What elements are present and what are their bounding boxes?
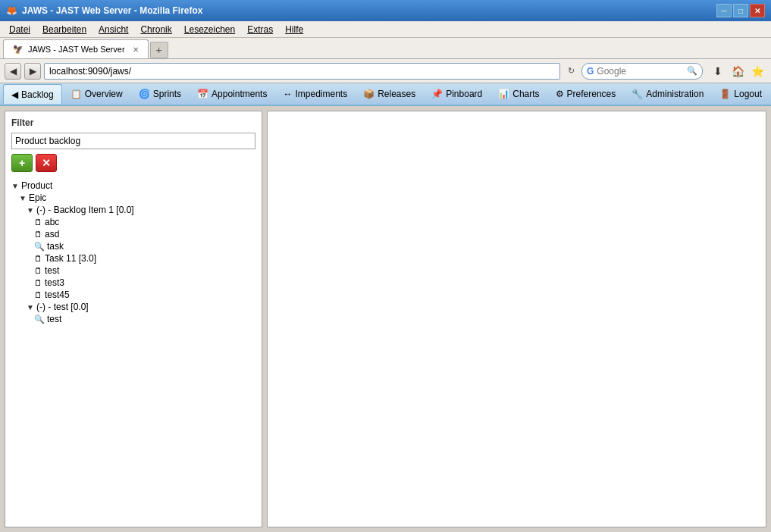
menu-hilfe[interactable]: Hilfe: [279, 23, 309, 36]
tab-title: JAWS - JAST Web Server: [28, 45, 125, 54]
forward-button[interactable]: ▶: [24, 63, 41, 80]
menu-extras[interactable]: Extras: [241, 23, 279, 36]
search-input[interactable]: [597, 66, 684, 77]
nav-backlog-label: Backlog: [21, 89, 54, 100]
tree: ▼ Product ▼ Epic ▼ (-) - Backlog Item 1 …: [11, 180, 255, 325]
nav-administration[interactable]: 🔧 Administration: [624, 84, 711, 104]
label-asd: asd: [45, 229, 59, 239]
nav-sprints-label: Sprints: [153, 89, 181, 99]
tree-node-epic[interactable]: ▼ Epic: [19, 192, 255, 204]
url-input[interactable]: [44, 63, 560, 80]
close-button[interactable]: ✕: [750, 4, 765, 17]
filter-input[interactable]: [11, 133, 255, 149]
nav-pinboard[interactable]: 📌 Pinboard: [424, 84, 490, 104]
tree-node-test45[interactable]: 🗒 test45: [34, 289, 255, 301]
tree-node-abc[interactable]: 🗒 abc: [34, 216, 255, 228]
minimize-button[interactable]: ─: [716, 4, 732, 17]
label-product: Product: [21, 180, 52, 191]
bookmark-icon[interactable]: ⭐: [748, 63, 766, 80]
nav-releases-label: Releases: [378, 89, 415, 99]
tree-node-task11[interactable]: 🗒 Task 11 [3.0]: [34, 252, 255, 264]
menu-datei[interactable]: Datei: [3, 23, 36, 36]
label-backlog1: (-) - Backlog Item 1 [0.0]: [36, 205, 134, 215]
icon-test: 🗒: [34, 266, 42, 275]
appointments-icon: 📅: [197, 89, 208, 99]
menu-bearbeiten[interactable]: Bearbeiten: [36, 23, 92, 36]
preferences-icon: ⚙: [556, 89, 564, 99]
arrow-product: ▼: [11, 182, 19, 190]
nav-charts[interactable]: 📊 Charts: [490, 84, 547, 104]
add-button[interactable]: +: [11, 154, 33, 172]
address-bar: ◀ ▶ ↻ G 🔍 ⬇ 🏠 ⭐: [0, 59, 771, 83]
nav-appointments-label: Appointments: [212, 89, 267, 99]
tree-node-task[interactable]: 🔍 task: [34, 240, 255, 252]
right-panel: [267, 111, 766, 527]
tree-node-asd[interactable]: 🗒 asd: [34, 228, 255, 240]
left-panel: Filter + ✕ ▼ Product ▼ Epic ▼ (-) - Back…: [5, 111, 262, 527]
tree-node-test[interactable]: 🗒 test: [34, 264, 255, 277]
nav-pinboard-label: Pinboard: [446, 89, 482, 99]
window-title: JAWS - JAST Web Server - Mozilla Firefox: [22, 5, 203, 16]
tab-bar: 🦅 JAWS - JAST Web Server ✕ +: [0, 38, 771, 59]
impediments-icon: ↔: [283, 89, 292, 99]
administration-icon: 🔧: [632, 89, 643, 99]
menu-ansicht[interactable]: Ansicht: [92, 23, 134, 36]
tab-close-button[interactable]: ✕: [133, 45, 139, 54]
filter-buttons: + ✕: [11, 154, 255, 172]
nav-overview-label: Overview: [85, 89, 123, 99]
sprints-icon: 🌀: [139, 89, 150, 99]
download-icon[interactable]: ⬇: [709, 63, 727, 80]
menu-chronik[interactable]: Chronik: [134, 23, 177, 36]
arrow-testnode: ▼: [27, 303, 34, 311]
logout-icon: 🚪: [719, 89, 731, 99]
releases-icon: 📦: [363, 89, 375, 99]
label-testnode: (-) - test [0.0]: [36, 302, 89, 312]
nav-impediments-label: Impediments: [295, 89, 347, 99]
label-task11: Task 11 [3.0]: [45, 253, 96, 264]
new-tab-button[interactable]: +: [150, 42, 168, 58]
reload-button[interactable]: ↻: [563, 63, 578, 80]
maximize-button[interactable]: □: [733, 4, 748, 17]
icon-test45: 🗒: [34, 290, 42, 299]
pinboard-icon: 📌: [431, 89, 443, 99]
tab-icon: 🦅: [13, 45, 24, 55]
label-task: task: [47, 241, 64, 252]
tree-node-testchild[interactable]: 🔍 test: [34, 313, 255, 325]
main-content: Filter + ✕ ▼ Product ▼ Epic ▼ (-) - Back…: [0, 106, 771, 532]
backlog-icon: ◀: [11, 89, 18, 100]
google-icon: G: [587, 66, 594, 77]
nav-overview[interactable]: 📋 Overview: [63, 84, 130, 104]
search-icon: 🔍: [687, 66, 697, 76]
nav-logout[interactable]: 🚪 Logout: [712, 84, 769, 104]
tree-node-product[interactable]: ▼ Product: [11, 180, 255, 192]
tree-node-testnode[interactable]: ▼ (-) - test [0.0]: [27, 301, 255, 313]
icon-task: 🔍: [34, 242, 45, 252]
nav-logout-label: Logout: [734, 89, 762, 99]
nav-administration-label: Administration: [646, 89, 704, 99]
arrow-backlog1: ▼: [27, 206, 34, 214]
browser-tab-active[interactable]: 🦅 JAWS - JAST Web Server ✕: [3, 39, 149, 58]
nav-appointments[interactable]: 📅 Appointments: [190, 84, 274, 104]
browser-icon: 🦊: [6, 5, 17, 16]
icon-asd: 🗒: [34, 230, 42, 239]
tree-node-backlog1[interactable]: ▼ (-) - Backlog Item 1 [0.0]: [27, 204, 255, 216]
label-epic: Epic: [29, 192, 46, 203]
label-test: test: [45, 265, 59, 276]
nav-preferences[interactable]: ⚙ Preferences: [548, 84, 624, 104]
label-testchild: test: [47, 314, 61, 324]
title-bar: 🦊 JAWS - JAST Web Server - Mozilla Firef…: [0, 0, 771, 21]
home-icon[interactable]: 🏠: [729, 63, 747, 80]
back-button[interactable]: ◀: [5, 63, 21, 80]
filter-label: Filter: [11, 117, 255, 128]
menu-lesezeichen[interactable]: Lesezeichen: [178, 23, 241, 36]
nav-impediments[interactable]: ↔ Impediments: [275, 84, 355, 104]
label-abc: abc: [45, 217, 59, 227]
icon-task11: 🗒: [34, 254, 42, 263]
nav-sprints[interactable]: 🌀 Sprints: [131, 84, 189, 104]
remove-button[interactable]: ✕: [36, 154, 57, 172]
nav-backlog[interactable]: ◀ Backlog: [3, 84, 62, 104]
nav-charts-label: Charts: [512, 89, 539, 99]
label-test3: test3: [45, 277, 64, 288]
tree-node-test3[interactable]: 🗒 test3: [34, 277, 255, 289]
nav-releases[interactable]: 📦 Releases: [356, 84, 423, 104]
